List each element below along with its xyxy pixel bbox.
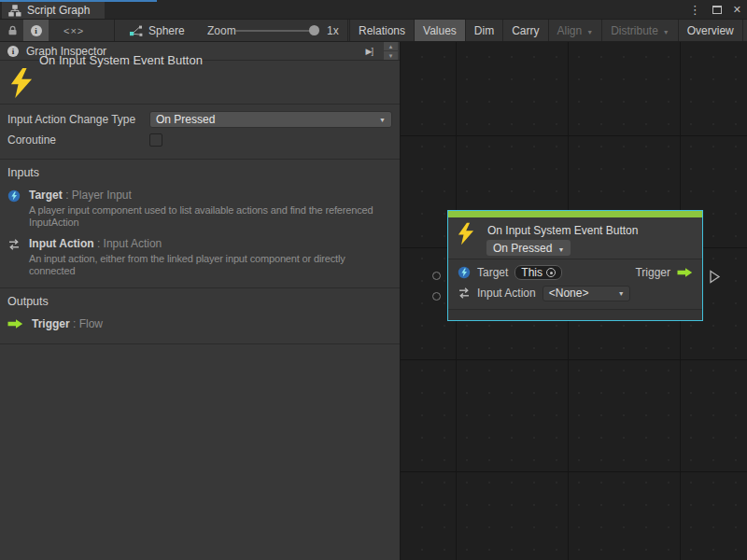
target-object-value: This <box>521 266 543 279</box>
outputs-section: Outputs Trigger : Flow <box>0 288 400 344</box>
graph-node-icon <box>129 24 143 36</box>
node-body: Target This Trigger <box>448 259 702 309</box>
script-graph-icon <box>8 5 21 17</box>
port-type: : Input Action <box>94 237 162 250</box>
node-footer <box>448 309 702 320</box>
object-picker-icon[interactable] <box>546 268 556 277</box>
toolbar-separator <box>114 20 115 41</box>
port-description: A player input component used to list av… <box>29 204 374 228</box>
node-event-dropdown[interactable]: On Pressed <box>486 240 571 256</box>
node-header[interactable]: On Input System Event Button On Pressed <box>448 217 702 259</box>
graph-owner-button[interactable]: Sphere <box>129 20 185 41</box>
event-bolt-icon <box>458 222 474 245</box>
node-trigger-label: Trigger <box>635 266 670 279</box>
lock-button[interactable] <box>7 20 19 41</box>
caret-down-icon <box>557 242 564 255</box>
menu-kebab-icon[interactable] <box>689 3 701 17</box>
port-type: : Player Input <box>63 189 132 202</box>
tab-label: Script Graph <box>27 4 90 17</box>
dock-panel-icon[interactable] <box>366 47 373 56</box>
coroutine-label: Coroutine <box>7 133 149 147</box>
inputs-section: Inputs Target : Player Input A player in… <box>0 160 400 288</box>
coroutine-checkbox[interactable] <box>149 133 162 147</box>
target-port-icon <box>458 266 471 279</box>
node-action-label: Input Action <box>477 287 536 300</box>
change-type-value: On Pressed <box>156 113 215 126</box>
port-description: An input action, either from the linked … <box>29 253 345 276</box>
inputs-heading: Inputs <box>7 166 392 179</box>
button-label: Relations <box>359 24 405 37</box>
change-type-label: Input Action Change Type <box>7 113 149 126</box>
code-view-button[interactable]: <×> <box>63 20 84 41</box>
toolbar-separator <box>347 20 348 41</box>
toolbar-button-dim[interactable]: Dim <box>465 20 502 41</box>
graph-owner-label: Sphere <box>148 24 185 37</box>
event-bolt-icon <box>9 68 34 98</box>
scroll-down-button[interactable] <box>384 51 398 60</box>
node-output-port-trigger[interactable] <box>709 270 721 284</box>
node-row-input-action: Input Action <None> <box>458 283 693 303</box>
coroutine-row: Coroutine <box>7 131 392 149</box>
maximize-icon[interactable] <box>712 6 722 14</box>
change-type-dropdown[interactable]: On Pressed <box>149 111 392 128</box>
tab-bar: Script Graph <box>0 0 747 19</box>
tab-script-graph[interactable]: Script Graph <box>2 2 105 19</box>
input-action-port-icon <box>458 287 471 300</box>
inspector-scrollbar <box>384 42 398 60</box>
input-port-input-action: Input Action : Input Action An input act… <box>7 237 392 276</box>
trigger-flow-icon <box>7 318 23 329</box>
button-label: Align <box>557 24 583 37</box>
toolbar-button-align[interactable]: Align <box>548 20 602 41</box>
inspector-node-title: On Input System Event Button <box>39 49 203 67</box>
button-label: Dim <box>474 24 494 37</box>
port-name: Target <box>29 189 63 202</box>
output-port-trigger: Trigger : Flow <box>7 317 392 332</box>
node-color-bar <box>448 211 702 217</box>
node-title: On Input System Event Button <box>487 224 638 237</box>
target-object-field[interactable]: This <box>514 265 562 280</box>
unity-script-graph-window: Script Graph <×> Sphere <box>0 0 747 560</box>
toolbar-button-fullscreen[interactable]: Full Screen <box>742 20 747 41</box>
event-node[interactable]: On Input System Event Button On Pressed … <box>447 210 703 321</box>
button-label: Values <box>423 24 457 37</box>
graph-canvas[interactable]: On Input System Event Button On Pressed … <box>400 42 747 560</box>
action-dropdown-value: <None> <box>549 287 589 300</box>
zoom-label: Zoom <box>207 20 236 41</box>
window-controls <box>689 0 741 19</box>
node-event-value: On Pressed <box>493 242 552 255</box>
inspector-empty-space <box>0 344 400 560</box>
close-icon[interactable] <box>733 3 741 16</box>
trigger-flow-icon <box>677 267 693 278</box>
node-target-label: Target <box>477 266 508 279</box>
outputs-heading: Outputs <box>7 295 392 308</box>
toolbar-button-values[interactable]: Values <box>414 20 465 41</box>
action-dropdown[interactable]: <None> <box>543 286 630 301</box>
info-icon <box>7 46 19 57</box>
toolbar-button-overview[interactable]: Overview <box>678 20 742 41</box>
toolbar-button-distribute[interactable]: Distribute <box>601 20 678 41</box>
lock-icon <box>7 24 19 36</box>
port-name: Input Action <box>29 237 94 250</box>
info-icon <box>31 25 42 36</box>
toolbar-button-relations[interactable]: Relations <box>349 20 414 41</box>
change-type-row: Input Action Change Type On Pressed <box>7 110 392 129</box>
input-port-target: Target : Player Input A player input com… <box>7 189 392 228</box>
inspector-fields: Input Action Change Type On Pressed Coro… <box>0 105 400 160</box>
toolbar-button-carry[interactable]: Carry <box>502 20 547 41</box>
zoom-slider-track[interactable] <box>235 30 319 32</box>
inspector-toggle-button[interactable] <box>23 20 49 41</box>
input-action-port-icon <box>7 238 21 251</box>
node-input-port-target[interactable] <box>432 272 441 280</box>
graph-toolbar: <×> Sphere Zoom 1x Relations Values Dim <box>0 19 747 42</box>
port-type: : Flow <box>70 317 103 330</box>
node-row-target: Target This Trigger <box>458 262 693 283</box>
button-label: Carry <box>512 24 539 37</box>
button-label: Distribute <box>611 24 658 37</box>
button-label: Overview <box>687 24 734 37</box>
target-port-icon <box>7 189 21 203</box>
node-input-port-action[interactable] <box>432 292 441 301</box>
caret-down-icon <box>663 24 669 37</box>
zoom-slider-handle[interactable] <box>309 25 319 35</box>
toolbar-buttons: Relations Values Dim Carry Align Distrib… <box>349 20 747 41</box>
scroll-up-button[interactable] <box>384 42 398 50</box>
